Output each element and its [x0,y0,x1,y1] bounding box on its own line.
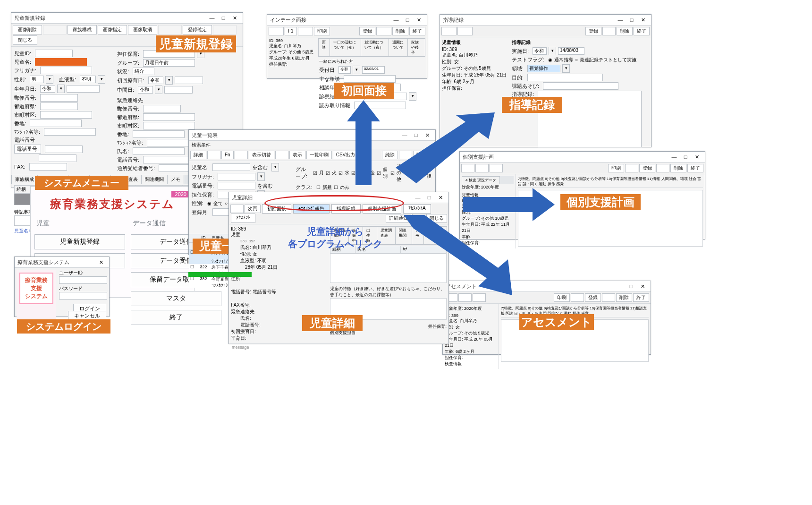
first-era-drop-icon[interactable]: ▾ [165,76,173,85]
ik-tab-1[interactable]: 一日の活動について（夜） [330,38,362,57]
tab-related[interactable]: 関連機関 [141,175,168,184]
close-icon[interactable]: ✕ [96,258,106,266]
ik-tab-4[interactable]: 家族や後子 [407,38,425,57]
input-zip[interactable] [40,94,78,102]
rc-area-drop[interactable]: ▾ [562,64,570,73]
btn-img-del[interactable]: 画像削除 [13,25,42,34]
menu-btn-master[interactable]: マスタ [131,291,221,306]
rc-btn-del[interactable]: 削除 [617,27,633,35]
min-icon[interactable]: — [413,193,423,202]
tab-memo[interactable]: メモ [167,175,184,184]
input-emcity[interactable] [143,122,195,129]
input-empref[interactable] [143,113,195,121]
rc-area[interactable]: 視覚操作 [527,65,560,72]
ik-era[interactable]: 令和 [338,66,351,74]
pl-btn-print[interactable]: 印刷 [608,164,624,172]
ik-main[interactable] [344,75,396,83]
ls-sx-m[interactable]: ○ [225,201,228,206]
input-city[interactable] [40,111,92,119]
ls-ck1[interactable]: ☑ [313,171,317,176]
btn-del[interactable]: 削除 [392,27,408,35]
input-emtel[interactable] [143,156,195,163]
min-icon[interactable]: — [615,16,626,24]
input-first[interactable] [175,77,203,84]
btn-print[interactable]: 印刷 [314,27,330,35]
as-btn-reg[interactable]: 登録 [585,293,601,302]
ls-ck3[interactable]: ☑ [338,171,343,176]
val-status[interactable]: 紹介 [133,68,154,75]
ls-fu[interactable] [218,173,255,180]
min-icon[interactable]: — [615,282,625,291]
input-emaddr[interactable] [133,130,185,138]
close-icon[interactable]: ✕ [692,153,702,161]
btn-end[interactable]: 終了 [409,27,425,35]
input-id[interactable] [35,50,73,57]
menu-btn-exit[interactable]: 終了 [131,310,221,325]
input-furi[interactable] [40,67,92,74]
era-drop-icon[interactable]: ▾ [57,85,65,93]
end-era[interactable]: 令和 [138,86,153,94]
sex-drop-icon[interactable]: ▾ [46,75,53,84]
ik-tab-2[interactable]: 就活動について（夜） [361,38,389,57]
ls-btn-show[interactable]: 表示 [289,151,305,159]
input-emzip[interactable] [143,105,181,112]
ls-ck2[interactable]: ☑ [326,171,330,176]
input-apt[interactable] [44,128,96,136]
close-icon[interactable]: ✕ [637,282,648,291]
val-group[interactable]: 月曜日午前 [143,59,195,67]
era[interactable]: 令和 [40,85,55,93]
max-icon[interactable]: □ [680,153,691,161]
ls-btn-detail[interactable]: 詳細 [190,151,206,159]
as-btn-end[interactable]: 終了 [633,293,649,302]
input-name[interactable] [35,58,87,66]
rc-btn-reg[interactable]: 登録 [585,27,601,35]
input-emname[interactable] [133,147,185,155]
input-end[interactable] [164,86,193,94]
rc-goal[interactable] [527,74,603,81]
dt-link-assessA[interactable]: ｱｾｽﾒﾝﾄA [403,204,431,214]
dt-btn-next[interactable]: 次頁 [245,205,261,213]
pl-btn-reg[interactable]: 登録 [639,164,655,172]
ls-tl[interactable] [218,182,255,189]
tab-family[interactable]: 家族構成 [11,175,38,184]
max-icon[interactable]: □ [626,282,636,291]
min-icon[interactable]: — [391,16,401,24]
rc-radio-1[interactable]: ◉ [548,57,552,62]
rc-era-drop[interactable]: ▾ [549,47,556,55]
input-tel2[interactable] [39,154,76,162]
input-fax[interactable] [29,163,67,171]
menu-btn-new[interactable]: 児童新規登録 [34,234,125,249]
input-pref[interactable] [40,103,78,110]
max-icon[interactable]: □ [626,16,637,24]
input-tel[interactable] [45,146,83,153]
min-icon[interactable]: — [207,14,217,22]
btn-img-set[interactable]: 画像指定 [98,25,127,34]
max-icon[interactable]: □ [402,16,413,24]
btn-img-cancel[interactable]: 画像取消 [128,25,157,34]
val-blood[interactable]: 不明 [80,76,96,83]
close-icon[interactable]: ✕ [229,14,240,22]
ls-cl-ck1[interactable]: ☐ [316,185,321,190]
btn-f1[interactable]: F1 [285,27,297,35]
first-era[interactable]: 令和 [148,77,163,84]
as-btn-print[interactable]: 印刷 [554,293,570,302]
pl-btn-end[interactable]: 終了 [687,164,703,172]
ls-nm[interactable] [212,163,250,171]
btn-reg[interactable]: 登録 [359,27,375,35]
close-icon[interactable]: ✕ [435,193,446,202]
min-icon[interactable]: — [669,153,679,161]
btn-close[interactable]: 閉じる [13,35,37,45]
ls-btn-print[interactable]: 一覧印刷 [306,151,332,159]
dt-link-assess[interactable]: ｱｾｽﾒﾝﾄ [231,214,255,223]
close-icon[interactable]: ✕ [638,16,648,24]
btn-register[interactable]: 登録確定 [183,25,212,34]
pl-btn-del[interactable]: 削除 [670,164,686,172]
rc-era[interactable]: 令和 [533,47,547,55]
ls-cl-ck2[interactable]: ☐ [334,185,338,190]
btn-family[interactable]: 家族構成 [68,25,97,34]
rc-btn-end[interactable]: 終了 [634,27,650,35]
rc-task[interactable] [543,82,618,90]
login-cancel[interactable]: キャンセル [68,311,106,320]
ls-fu-drop[interactable]: ▾ [257,172,265,181]
ls-btn-fn[interactable]: Fn [221,151,234,159]
